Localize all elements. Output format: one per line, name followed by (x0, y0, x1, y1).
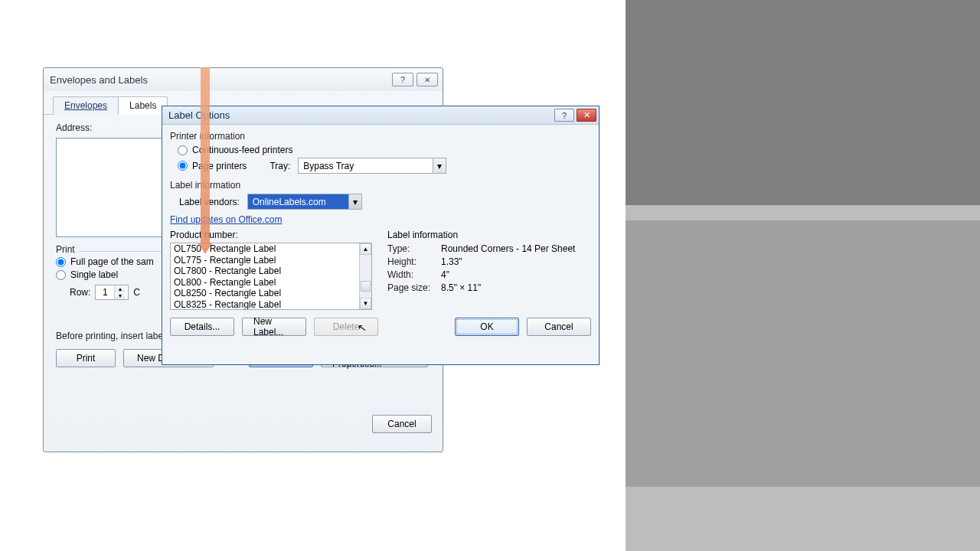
height-label: Height: (387, 256, 441, 267)
details-button[interactable]: Details... (170, 318, 234, 336)
radio-continuous-feed-input[interactable] (178, 145, 188, 155)
cancel-button[interactable]: Cancel (527, 318, 591, 336)
annotation-arrow-icon (201, 67, 210, 243)
scroll-track[interactable] (360, 255, 371, 298)
scroll-thumb[interactable] (361, 281, 371, 292)
column-label-stub: C (133, 287, 140, 298)
pagesize-label: Page size: (387, 282, 441, 293)
tab-labels[interactable]: Labels (118, 96, 168, 115)
label-info-heading: Label information (170, 180, 591, 191)
list-item[interactable]: OL7800 - Rectangle Label (171, 266, 359, 277)
vendors-dropdown[interactable]: OnlineLabels.com ▾ (247, 194, 362, 210)
row-spinner[interactable]: ▲ ▼ (95, 285, 129, 300)
row-down-icon[interactable]: ▼ (114, 292, 125, 299)
new-label-button[interactable]: New Label... (242, 318, 306, 336)
help-button[interactable]: ? (554, 109, 574, 122)
help-button[interactable]: ? (392, 73, 413, 86)
radio-page-printers-input[interactable] (178, 161, 188, 171)
type-value: Rounded Corners - 14 Per Sheet (441, 243, 591, 254)
list-item[interactable]: OL775 - Rectangle Label (171, 255, 359, 266)
chevron-down-icon[interactable]: ▾ (433, 158, 446, 173)
print-button[interactable]: Print (56, 349, 116, 367)
list-item[interactable]: OL800 - Rectangle Label (171, 277, 359, 289)
background-panel (626, 0, 980, 551)
type-label: Type: (387, 243, 441, 254)
scroll-up-icon[interactable]: ▲ (360, 243, 371, 255)
height-value: 1.33" (441, 256, 591, 267)
pagesize-value: 8.5" × 11" (441, 282, 591, 293)
tray-label: Tray: (270, 161, 290, 171)
list-item[interactable]: OL8325 - Rectangle Label (171, 299, 359, 310)
cursor-icon: ↖ (357, 321, 368, 334)
tab-envelopes[interactable]: Envelopes (53, 96, 119, 115)
list-item[interactable]: OL8250 - Rectangle Label (171, 288, 359, 299)
scroll-down-icon[interactable]: ▼ (360, 298, 371, 309)
row-up-icon[interactable]: ▲ (114, 285, 125, 292)
radio-continuous-feed[interactable]: Continuous-feed printers (178, 145, 591, 155)
label-options-titlebar[interactable]: Label Options ? ✕ (162, 106, 599, 125)
row-label: Row: (70, 287, 90, 298)
printer-info-heading: Printer information (170, 131, 591, 142)
label-info-right-heading: Label information (387, 230, 591, 240)
row-input[interactable] (96, 286, 114, 298)
updates-link[interactable]: Find updates on Office.com (170, 214, 283, 225)
radio-single-label-input[interactable] (56, 270, 66, 280)
dialog-titlebar[interactable]: Envelopes and Labels ? ✕ (44, 68, 443, 91)
close-button[interactable]: ✕ (416, 73, 438, 86)
width-value: 4" (441, 269, 591, 280)
close-button[interactable]: ✕ (577, 109, 596, 122)
print-group-label: Print (56, 244, 80, 255)
listbox-scrollbar[interactable]: ▲ ▼ (359, 243, 371, 309)
chevron-down-icon[interactable]: ▾ (348, 194, 361, 209)
dialog-title: Envelopes and Labels (50, 74, 148, 86)
delete-button: Delete (314, 318, 378, 336)
tray-dropdown[interactable]: Bypass Tray ▾ (298, 158, 446, 174)
cancel-button[interactable]: Cancel (372, 415, 432, 433)
radio-page-printers[interactable]: Page printers (178, 161, 247, 171)
ok-button[interactable]: OK (455, 318, 519, 336)
label-options-title: Label Options (168, 109, 230, 121)
radio-full-page-input[interactable] (56, 257, 66, 267)
width-label: Width: (387, 269, 441, 280)
label-options-dialog: Label Options ? ✕ Printer information Co… (162, 106, 599, 365)
